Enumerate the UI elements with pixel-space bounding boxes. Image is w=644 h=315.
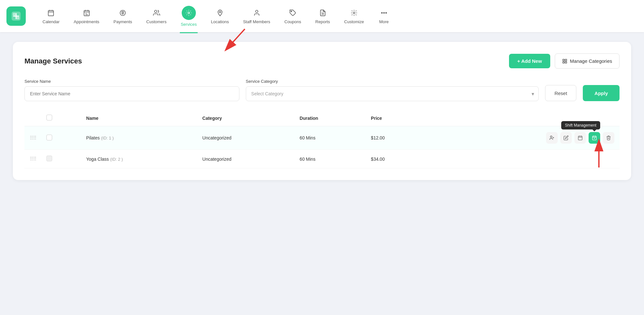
svg-point-15 — [188, 12, 190, 14]
service-id-text-1: (ID: 1 ) — [101, 136, 114, 140]
nav-label-staff: Staff Members — [243, 19, 270, 24]
row-checkbox-cell — [41, 126, 81, 150]
nav-item-locations[interactable]: Locations — [204, 5, 236, 27]
svg-rect-38 — [592, 136, 596, 140]
svg-rect-2 — [17, 17, 19, 19]
nav-item-services[interactable]: Services — [174, 3, 204, 30]
filter-group-category: Service Category Select Category ▾ — [246, 79, 539, 101]
nav-label-customers: Customers — [146, 19, 167, 24]
th-name: Name — [81, 110, 197, 126]
category-cell-1: Uncategorized — [197, 126, 294, 150]
nav-label-services: Services — [181, 22, 197, 27]
row-checkbox-2[interactable] — [46, 156, 52, 161]
svg-point-17 — [255, 10, 258, 12]
reset-button[interactable]: Reset — [545, 85, 576, 101]
customize-icon — [350, 8, 359, 17]
row-checkbox-1[interactable] — [46, 135, 52, 140]
add-new-button[interactable]: + Add New — [509, 54, 551, 68]
card-header: Manage Services + Add New Manage Categor… — [24, 53, 620, 69]
actions-cell-2 — [425, 150, 620, 168]
filter-group-name: Service Name — [24, 79, 239, 101]
nav-item-reports[interactable]: Reports — [308, 5, 337, 27]
nav-label-payments: Payments — [113, 19, 132, 24]
svg-point-13 — [120, 10, 126, 15]
nav-label-calendar: Calendar — [43, 19, 60, 24]
manage-services-card: Manage Services + Add New Manage Categor… — [13, 42, 631, 180]
th-duration: Duration — [294, 110, 366, 126]
th-actions — [425, 110, 620, 126]
svg-rect-1 — [13, 13, 15, 15]
row-actions-1: Shift Management — [430, 132, 614, 144]
table-body: ⠿⠿ Pilates (ID: 1 ) Uncategorized 60 Min… — [24, 126, 620, 168]
svg-point-22 — [353, 12, 355, 14]
nav-item-coupons[interactable]: Coupons — [277, 5, 308, 27]
nav-label-more: More — [379, 19, 389, 24]
staff-icon — [252, 8, 261, 17]
main-content: Manage Services + Add New Manage Categor… — [0, 32, 644, 315]
drag-handle-icon-2[interactable]: ⠿⠿ — [30, 156, 36, 162]
apply-button[interactable]: Apply — [583, 85, 620, 101]
svg-point-23 — [381, 12, 382, 13]
nav-label-appointments: Appointments — [74, 19, 100, 24]
edit-button-1[interactable] — [560, 132, 572, 144]
reports-icon — [318, 8, 327, 17]
drag-handle-icon[interactable]: ⠿⠿ — [30, 135, 36, 141]
svg-rect-29 — [563, 62, 564, 63]
category-cell-2: Uncategorized — [197, 150, 294, 168]
service-id-text-2: (ID: 2 ) — [110, 157, 123, 162]
payments-icon — [118, 8, 127, 17]
nav-item-payments[interactable]: Payments — [106, 5, 139, 27]
th-checkbox — [41, 110, 81, 126]
nav-item-staff[interactable]: Staff Members — [236, 5, 277, 27]
svg-rect-34 — [578, 136, 582, 140]
services-icon — [182, 6, 196, 20]
assign-staff-button-1[interactable] — [546, 132, 558, 144]
shift-management-icon — [592, 135, 597, 140]
price-cell-2: $34.00 — [366, 150, 425, 168]
drag-handle-cell: ⠿⠿ — [24, 126, 41, 150]
price-cell-1: $12.00 — [366, 126, 425, 150]
category-select-wrapper: Select Category ▾ — [246, 86, 539, 101]
svg-rect-28 — [565, 59, 567, 61]
svg-point-18 — [291, 11, 292, 12]
service-name-text-1: Pilates — [86, 135, 101, 140]
locations-icon — [216, 8, 225, 17]
nav-item-customers[interactable]: Customers — [139, 5, 174, 27]
coupons-icon — [288, 8, 297, 17]
nav-item-calendar[interactable]: Calendar — [35, 5, 67, 27]
nav-items: Calendar Appointments Payments — [35, 3, 638, 30]
select-all-checkbox[interactable] — [46, 115, 52, 120]
shift-management-button-1[interactable] — [589, 132, 600, 144]
nav-item-customize[interactable]: Customize — [337, 5, 371, 27]
svg-rect-27 — [563, 59, 564, 61]
service-category-select[interactable]: Select Category — [246, 86, 539, 101]
service-name-cell-2: Yoga Class (ID: 2 ) — [81, 150, 197, 168]
service-name-cell-1: Pilates (ID: 1 ) — [81, 126, 197, 150]
service-name-input[interactable] — [24, 86, 239, 101]
assign-staff-icon — [549, 135, 554, 140]
svg-rect-30 — [565, 62, 567, 63]
nav-item-appointments[interactable]: Appointments — [67, 5, 107, 27]
svg-point-16 — [219, 11, 221, 13]
calendar-icon — [46, 8, 55, 17]
actions-cell-1: Shift Management — [425, 126, 620, 150]
calendar-button-1[interactable] — [574, 132, 586, 144]
drag-handle-cell-2: ⠿⠿ — [24, 150, 41, 168]
th-drag — [24, 110, 41, 126]
delete-button-1[interactable] — [603, 132, 614, 144]
calendar-action-icon — [578, 135, 583, 140]
manage-categories-button[interactable]: Manage Categories — [555, 53, 620, 69]
nav-item-more[interactable]: More — [371, 5, 397, 27]
grid-icon — [562, 59, 567, 64]
duration-cell-2: 60 Mins — [294, 150, 366, 168]
svg-point-24 — [383, 12, 384, 13]
th-price: Price — [366, 110, 425, 126]
service-category-label: Service Category — [246, 79, 539, 84]
duration-cell-1: 60 Mins — [294, 126, 366, 150]
svg-point-14 — [154, 10, 157, 12]
delete-icon — [606, 135, 611, 140]
top-nav: Calendar Appointments Payments — [0, 0, 644, 32]
nav-label-locations: Locations — [211, 19, 229, 24]
logo[interactable] — [6, 6, 26, 26]
table-row: ⠿⠿ Yoga Class (ID: 2 ) Uncategorized 60 … — [24, 150, 620, 168]
